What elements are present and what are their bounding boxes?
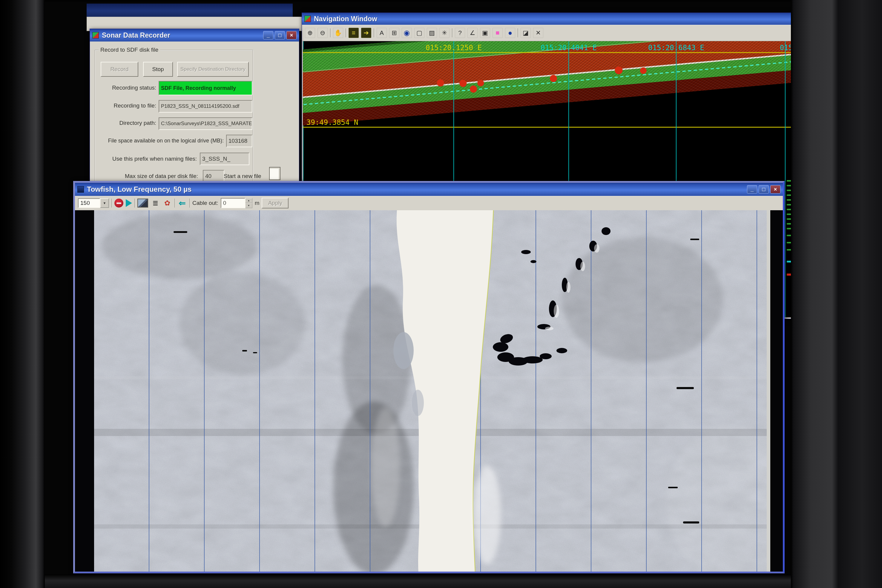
start-new-file-label: Start a new file bbox=[224, 173, 261, 180]
record-group-label: Record to SDF disk file bbox=[99, 46, 160, 53]
recording-file-value[interactable]: P1823_SSS_N_081114195200.sdf bbox=[159, 100, 252, 112]
photo-of-monitor: Navigation Window ⊕ ⊖ ✋ ≡ ➔ A ⊞ ◉ ▢ ▨ ✳ … bbox=[0, 0, 882, 588]
spinner-up-icon[interactable]: ▲ bbox=[245, 198, 252, 203]
toolbar-separator bbox=[452, 28, 453, 38]
file-space-label: File space available on on the logical d… bbox=[93, 138, 224, 144]
measure-icon[interactable]: ▨ bbox=[427, 28, 437, 38]
minimize-button[interactable]: _ bbox=[747, 185, 757, 194]
towfish-toolbar: 150 ▼ ≣ ✿ ⇐ Cable out: 0 ▲ ▼ bbox=[75, 196, 783, 210]
query-cursor-icon[interactable]: ? bbox=[455, 28, 465, 38]
toolbar-separator bbox=[518, 28, 518, 38]
follow-vessel-icon[interactable]: ➔ bbox=[361, 28, 371, 38]
display-settings-icon[interactable]: ≣ bbox=[150, 198, 160, 208]
background-window-titlebar bbox=[87, 4, 293, 17]
navigation-title: Navigation Window bbox=[314, 15, 377, 23]
select-region-icon[interactable]: ▢ bbox=[414, 28, 424, 38]
sonar-waterfall[interactable] bbox=[75, 210, 783, 573]
monitor-bezel-bottom bbox=[45, 574, 791, 588]
globe-icon[interactable]: ● bbox=[505, 28, 515, 38]
eraser-icon[interactable]: ◪ bbox=[520, 28, 531, 38]
max-size-value[interactable]: 40 bbox=[203, 170, 224, 183]
recording-file-label: Recording to file: bbox=[96, 102, 156, 109]
maximize-button[interactable]: □ bbox=[275, 31, 285, 39]
close-button[interactable]: × bbox=[286, 31, 297, 39]
prefix-label: Use this prefix when naming files: bbox=[105, 156, 197, 162]
color-mark-icon[interactable]: ■ bbox=[492, 28, 502, 38]
monitor-bezel-right bbox=[791, 0, 882, 588]
cable-out-spinner[interactable]: 0 ▲ ▼ bbox=[221, 198, 252, 208]
range-value: 150 bbox=[78, 198, 100, 208]
angle-tool-icon[interactable]: ∠ bbox=[467, 28, 478, 38]
event-mark-icon[interactable]: ✳ bbox=[440, 28, 450, 38]
toolbar-separator bbox=[111, 199, 112, 207]
delete-cross-icon[interactable]: ✕ bbox=[533, 28, 543, 38]
stop-recording-icon[interactable] bbox=[114, 199, 123, 207]
waterfall-image bbox=[75, 210, 783, 573]
max-size-label: Max size of data per disk file: bbox=[99, 173, 198, 180]
cable-out-value[interactable]: 0 bbox=[221, 198, 245, 208]
close-button[interactable]: × bbox=[770, 185, 780, 194]
unit-label: m bbox=[255, 200, 260, 206]
zoom-out-icon[interactable]: ⊖ bbox=[318, 28, 328, 38]
lat-label: 39:49.3854 N bbox=[306, 118, 358, 127]
navigation-window-icon bbox=[304, 15, 311, 22]
lon-label-2: 015:20.4041 E bbox=[541, 44, 597, 52]
apply-button[interactable]: Apply bbox=[262, 198, 288, 208]
snapshot-icon[interactable]: ▣ bbox=[480, 28, 490, 38]
world-zoom-icon[interactable]: ◉ bbox=[402, 28, 412, 38]
zoom-in-icon[interactable]: ⊕ bbox=[305, 28, 315, 38]
minimize-button[interactable]: _ bbox=[263, 31, 273, 39]
nav-right-scale bbox=[787, 180, 791, 276]
toolbar-separator bbox=[374, 28, 374, 38]
sonar-recorder-window-icon bbox=[92, 32, 99, 39]
monitor-screen: Navigation Window ⊕ ⊖ ✋ ≡ ➔ A ⊞ ◉ ▢ ▨ ✳ … bbox=[45, 2, 791, 574]
toolbar-separator bbox=[134, 199, 135, 207]
new-file-icon[interactable] bbox=[269, 167, 280, 180]
towfish-titlebar[interactable]: Towfish, Low Frequency, 50 µs _ □ × bbox=[75, 183, 783, 196]
image-view-icon[interactable] bbox=[137, 199, 148, 207]
pan-hand-icon[interactable]: ✋ bbox=[333, 28, 343, 38]
specify-destination-button[interactable]: Specify Destination Directory bbox=[177, 62, 249, 77]
color-palette-icon[interactable]: ✿ bbox=[162, 198, 172, 208]
play-icon[interactable] bbox=[126, 199, 132, 207]
recording-status-label: Recording status: bbox=[96, 84, 156, 91]
maximize-button[interactable]: □ bbox=[759, 185, 769, 194]
monitor-bezel-left bbox=[0, 0, 45, 588]
stop-button[interactable]: Stop bbox=[143, 62, 173, 77]
toolbar-separator bbox=[330, 28, 331, 38]
directory-path-label: Directory path: bbox=[96, 120, 156, 126]
towfish-title: Towfish, Low Frequency, 50 µs bbox=[87, 185, 192, 194]
file-space-value: 103168 bbox=[226, 135, 252, 147]
range-dropdown-arrow[interactable]: ▼ bbox=[100, 198, 109, 208]
toolbar-separator bbox=[189, 199, 190, 207]
lon-label-1: 015:20.1250 E bbox=[426, 44, 482, 52]
sonar-data-recorder-window: Sonar Data Recorder _ □ × Record to SDF … bbox=[90, 28, 299, 196]
toolbar-separator bbox=[174, 199, 175, 207]
range-select[interactable]: 150 ▼ bbox=[78, 198, 109, 208]
navigation-toolbar: ⊕ ⊖ ✋ ≡ ➔ A ⊞ ◉ ▢ ▨ ✳ ? ∠ ▣ ■ ● bbox=[302, 25, 791, 41]
lon-label-3: 015:20.6843 E bbox=[648, 44, 704, 52]
text-annotation-icon[interactable]: A bbox=[376, 28, 387, 38]
directory-path-value[interactable]: C:\SonarSurveys\P1823_SSS_MARATE bbox=[159, 117, 252, 130]
tile-view-icon[interactable]: ⊞ bbox=[389, 28, 399, 38]
prefix-value[interactable]: 3_SSS_N_ bbox=[200, 153, 249, 165]
towfish-window: Towfish, Low Frequency, 50 µs _ □ × 150 … bbox=[73, 181, 784, 573]
track-list-icon[interactable]: ≡ bbox=[348, 28, 359, 38]
navigation-titlebar[interactable]: Navigation Window bbox=[302, 13, 791, 25]
recording-status-value: SDF File, Recording normally bbox=[159, 81, 252, 95]
cable-arrow-icon[interactable]: ⇐ bbox=[177, 198, 187, 208]
sonar-recorder-titlebar[interactable]: Sonar Data Recorder _ □ × bbox=[90, 29, 299, 42]
record-button[interactable]: Record bbox=[100, 62, 138, 77]
lon-label-partial: 015:20 bbox=[780, 44, 791, 52]
cable-out-label: Cable out: bbox=[192, 200, 218, 206]
sonar-recorder-title: Sonar Data Recorder bbox=[102, 32, 170, 39]
toolbar-separator bbox=[346, 28, 346, 38]
spinner-down-icon[interactable]: ▼ bbox=[245, 203, 252, 208]
towfish-window-icon bbox=[77, 186, 84, 193]
